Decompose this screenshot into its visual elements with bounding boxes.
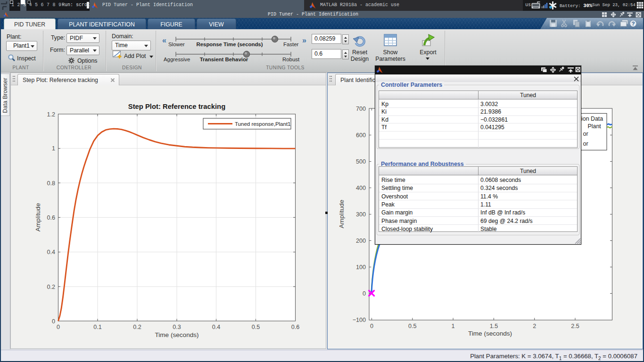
svg-text:2.5: 2.5 (571, 323, 579, 329)
svg-text:Step Plot: Reference tracking: Step Plot: Reference tracking (128, 103, 225, 110)
svg-text:0.1: 0.1 (93, 324, 102, 330)
svg-text:0.5: 0.5 (408, 323, 417, 329)
svg-text:0.3: 0.3 (173, 324, 181, 330)
svg-text:ion Data: ion Data (581, 115, 603, 122)
svg-text:200: 200 (356, 238, 366, 244)
svg-text:0: 0 (52, 318, 55, 325)
svg-text:0.2: 0.2 (133, 324, 141, 330)
svg-text:600: 600 (356, 132, 366, 139)
svg-text:or: or (583, 131, 588, 137)
svg-text:1.5: 1.5 (490, 323, 498, 329)
svg-text:1.2: 1.2 (47, 111, 55, 118)
svg-text:0: 0 (57, 324, 60, 330)
svg-text:300: 300 (356, 211, 366, 218)
svg-text:0.6: 0.6 (47, 214, 55, 221)
svg-text:2: 2 (533, 323, 536, 329)
svg-text:700: 700 (356, 106, 366, 112)
svg-text:0: 0 (363, 290, 366, 297)
svg-text:or: or (583, 140, 588, 147)
svg-text:0.6: 0.6 (291, 324, 300, 330)
svg-text:Time (seconds): Time (seconds) (468, 330, 512, 337)
svg-text:Time (seconds): Time (seconds) (155, 331, 198, 338)
svg-text:1: 1 (52, 145, 55, 152)
svg-text:Tuned response,Plant1: Tuned response,Plant1 (235, 121, 291, 127)
svg-text:0.2: 0.2 (47, 284, 55, 290)
svg-text:0.4: 0.4 (212, 324, 221, 330)
svg-text:500: 500 (356, 158, 366, 165)
svg-text:Plant: Plant (588, 123, 602, 130)
svg-text:1: 1 (452, 323, 455, 329)
svg-text:100: 100 (356, 264, 366, 271)
svg-text:0.4: 0.4 (47, 249, 55, 255)
svg-text:0.5: 0.5 (252, 324, 260, 330)
svg-text:400: 400 (356, 185, 366, 191)
svg-text:Amplitude: Amplitude (34, 203, 41, 231)
svg-text:Amplitude: Amplitude (338, 200, 345, 228)
svg-text:0: 0 (370, 323, 373, 329)
svg-text:?: ? (631, 21, 635, 26)
svg-text:0.8: 0.8 (47, 180, 55, 187)
svg-text:−100: −100 (353, 317, 366, 323)
